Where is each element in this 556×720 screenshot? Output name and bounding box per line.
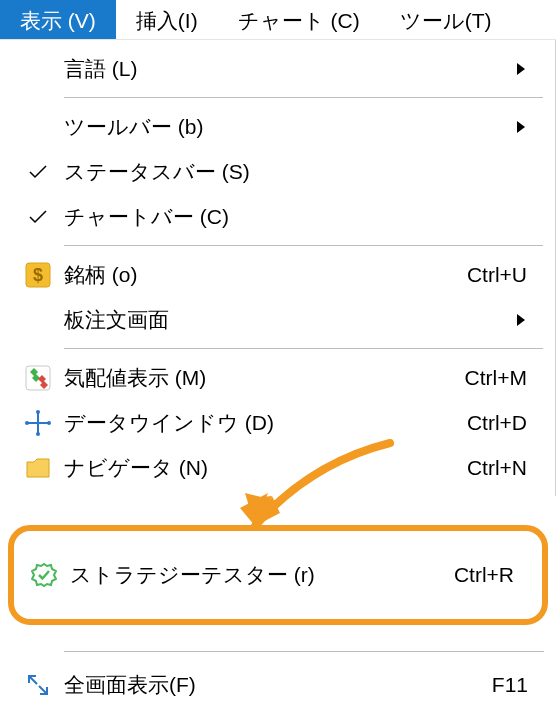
gear-check-icon: [18, 562, 70, 588]
fullscreen-icon: [12, 672, 64, 698]
toolbox-icon: [12, 508, 64, 530]
submenu-arrow-icon: [515, 314, 527, 326]
menu-strategytester-shortcut: Ctrl+R: [454, 563, 514, 587]
menubar-insert[interactable]: 挿入(I): [116, 0, 218, 39]
menu-toolbox-partial[interactable]: ツールボックス (T) Ctrl+T: [0, 508, 556, 530]
menu-fullscreen-shortcut: F11: [492, 673, 528, 697]
datawindow-icon: [12, 410, 64, 436]
view-dropdown: 言語 (L) ツールバー (b) ステータスバー (S) チャートバー (C) …: [0, 40, 556, 496]
menu-board-label: 板注文画面: [64, 306, 499, 334]
menu-chartbar[interactable]: チャートバー (C): [0, 194, 555, 239]
blank-icon: [12, 627, 64, 643]
svg-text:$: $: [33, 265, 43, 285]
menu-chartbar-label: チャートバー (C): [64, 203, 527, 231]
menu-language[interactable]: 言語 (L): [0, 46, 555, 91]
menu-board[interactable]: 板注文画面: [0, 297, 555, 342]
divider: [64, 245, 543, 246]
menu-marketwatch[interactable]: 気配値表示 (M) Ctrl+M: [0, 355, 555, 400]
check-icon: [12, 165, 64, 179]
menu-language-label: 言語 (L): [64, 55, 499, 83]
marketwatch-icon: [12, 365, 64, 391]
menu-navigator-shortcut: Ctrl+N: [467, 456, 527, 480]
submenu-arrow-icon: [515, 63, 527, 75]
menu-statusbar[interactable]: ステータスバー (S): [0, 149, 555, 194]
menu-navigator[interactable]: ナビゲータ (N) Ctrl+N: [0, 445, 555, 490]
menu-symbols-label: 銘柄 (o): [64, 261, 467, 289]
menu-datawindow-shortcut: Ctrl+D: [467, 411, 527, 435]
divider: [64, 97, 543, 98]
dollar-icon: $: [12, 262, 64, 288]
menu-toolbar[interactable]: ツールバー (b): [0, 104, 555, 149]
menubar-tools[interactable]: ツール(T): [380, 0, 512, 39]
svg-point-8: [47, 421, 51, 425]
check-icon: [12, 210, 64, 224]
divider: [64, 651, 544, 652]
menubar: 表示 (V) 挿入(I) チャート (C) ツール(T): [0, 0, 556, 40]
svg-point-6: [36, 432, 40, 436]
menu-symbols[interactable]: $ 銘柄 (o) Ctrl+U: [0, 252, 555, 297]
submenu-arrow-icon: [515, 121, 527, 133]
menu-navigator-label: ナビゲータ (N): [64, 454, 467, 482]
menu-symbols-shortcut: Ctrl+U: [467, 263, 527, 287]
menu-toolbar-label: ツールバー (b): [64, 113, 499, 141]
menu-toolbox-label: ツールボックス (T): [64, 508, 470, 530]
menu-datawindow[interactable]: データウインドウ (D) Ctrl+D: [0, 400, 555, 445]
divider: [64, 348, 543, 349]
menu-fullscreen[interactable]: 全画面表示(F) F11: [0, 662, 556, 707]
menu-toolbox-shortcut: Ctrl+T: [470, 508, 528, 530]
svg-point-5: [36, 410, 40, 414]
menu-statusbar-label: ステータスバー (S): [64, 158, 527, 186]
menu-fullscreen-label: 全画面表示(F): [64, 671, 492, 699]
menu-strategytester[interactable]: ストラテジーテスター (r) Ctrl+R: [14, 561, 542, 589]
highlight-annotation: ストラテジーテスター (r) Ctrl+R: [8, 525, 548, 625]
menu-datawindow-label: データウインドウ (D): [64, 409, 467, 437]
menu-marketwatch-shortcut: Ctrl+M: [465, 366, 527, 390]
menu-marketwatch-label: 気配値表示 (M): [64, 364, 465, 392]
svg-rect-10: [27, 512, 49, 517]
menubar-chart[interactable]: チャート (C): [218, 0, 380, 39]
menubar-view[interactable]: 表示 (V): [0, 0, 116, 39]
svg-point-7: [25, 421, 29, 425]
folder-icon: [12, 455, 64, 481]
menu-partial-below[interactable]: [0, 627, 556, 643]
menu-strategytester-label: ストラテジーテスター (r): [70, 561, 454, 589]
